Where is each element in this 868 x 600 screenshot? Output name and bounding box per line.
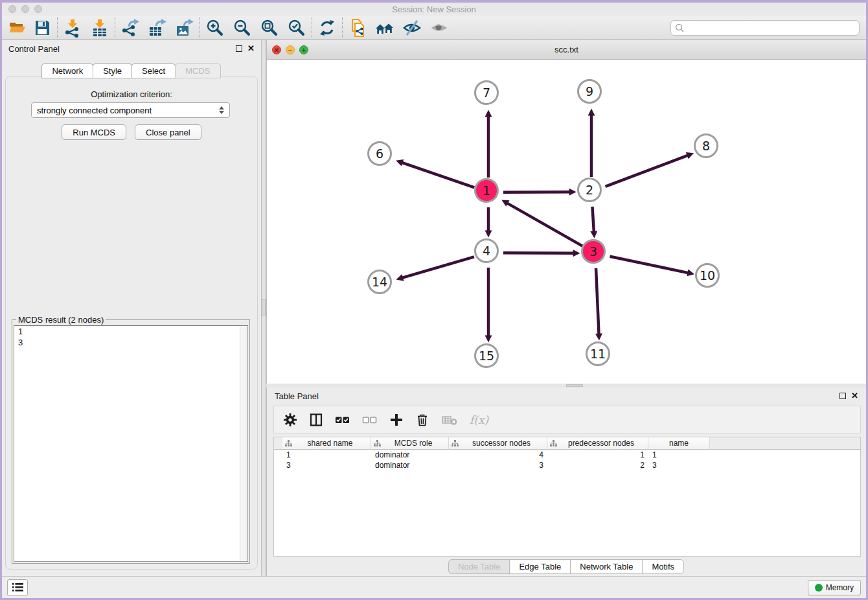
export-table-icon[interactable] [147,17,168,38]
table-row-0[interactable]: 1dominator411 [274,450,860,460]
open-session-icon[interactable] [7,17,28,38]
splitter-grip[interactable] [566,384,583,387]
horizontal-splitter[interactable] [266,384,866,387]
table-cell[interactable]: 3 [648,461,710,470]
float-panel-icon[interactable] [236,45,242,52]
graph-node-14[interactable]: 14 [367,270,392,294]
table-cell[interactable]: 2 [547,461,648,470]
zoom-selected-icon[interactable] [286,17,307,38]
window-minimize-button[interactable] [21,5,29,13]
network-close-button[interactable]: ✕ [272,45,281,54]
new-network-from-selection-icon[interactable] [347,17,368,38]
task-history-button[interactable] [7,579,28,596]
table-cell[interactable]: 1 [648,450,710,459]
network-minimize-button[interactable]: − [286,45,295,54]
function-builder-icon[interactable]: f(x) [470,413,488,426]
table-cell[interactable]: 1 [547,450,648,459]
toolbar-separator [200,17,200,38]
graph-node-4[interactable]: 4 [474,238,499,263]
export-network-icon[interactable] [120,17,141,38]
graph-node-2[interactable]: 2 [577,178,602,202]
first-neighbors-icon[interactable] [374,17,395,38]
zoom-fit-icon[interactable] [259,17,280,38]
toolbar-separator [312,17,312,38]
search-input[interactable] [687,23,855,32]
show-all-icon[interactable] [429,17,450,38]
table-cell[interactable]: dominator [371,461,449,470]
graph-edge-2-3[interactable] [592,207,594,234]
optimization-criterion-dropdown[interactable]: strongly connected component [31,102,230,118]
column-header-MCDS-role[interactable]: MCDS role [371,437,449,450]
window-close-button[interactable] [8,5,16,13]
table-panel-title: Table Panel [275,391,839,401]
graph-node-3[interactable]: 3 [581,239,606,264]
deselect-all-icon[interactable] [362,413,378,427]
panel-splitter[interactable] [261,40,266,576]
graph-edge-3-11[interactable] [596,268,599,336]
settings-gear-icon[interactable] [283,413,297,427]
table-cell[interactable]: dominator [371,450,449,459]
tab-select[interactable]: Select [131,63,176,78]
run-mcds-button[interactable]: Run MCDS [62,124,126,140]
mcds-result-list[interactable]: 13 [14,325,248,562]
close-panel-icon[interactable]: ✕ [247,45,255,52]
column-header-shared-name[interactable]: shared name [282,437,371,450]
column-header-name[interactable]: name [648,437,710,450]
graph-edge-4-3[interactable] [503,253,576,253]
graph-node-1[interactable]: 1 [474,178,499,203]
graph-edge-1-2[interactable] [503,192,572,192]
table-cell[interactable]: 4 [449,450,547,459]
column-header-predecessor-nodes[interactable]: predecessor nodes [547,437,648,450]
mcds-result-node: 3 [14,337,247,348]
table-cell[interactable]: 3 [282,461,371,470]
tab-network[interactable]: Network [41,63,93,78]
tab-mcds[interactable]: MCDS [175,63,220,78]
network-maximize-button[interactable]: + [299,45,308,54]
graph-node-6[interactable]: 6 [367,141,392,166]
refresh-layout-icon[interactable] [317,17,337,38]
memory-button[interactable]: Memory [808,580,861,595]
graph-node-10[interactable]: 10 [695,263,720,288]
graph-node-15[interactable]: 15 [474,343,499,368]
graph-node-11[interactable]: 11 [586,341,610,366]
table-row-1[interactable]: 3dominator323 [274,460,860,470]
toolbar-separator [57,17,58,38]
tab-edge-table[interactable]: Edge Table [509,559,571,574]
toggle-columns-icon[interactable] [309,413,323,427]
select-all-icon[interactable] [335,413,350,427]
search-field[interactable] [670,20,860,36]
table-cell[interactable]: 1 [282,450,371,459]
delete-column-icon[interactable] [415,413,429,427]
close-panel-button[interactable]: Close panel [135,124,201,140]
graph-edge-3-1[interactable] [505,202,582,246]
network-canvas[interactable]: 7968124314101511 [267,60,866,384]
splitter-grip[interactable] [262,299,266,316]
tab-network-table[interactable]: Network Table [570,559,643,574]
export-image-icon[interactable] [174,17,195,38]
graph-node-8[interactable]: 8 [694,133,718,158]
graph-edge-4-14[interactable] [400,257,474,278]
column-header-successor-nodes[interactable]: successor nodes [449,437,547,450]
save-session-icon[interactable] [32,17,52,38]
float-panel-icon[interactable] [839,393,846,399]
graph-node-7[interactable]: 7 [474,80,499,105]
hide-selection-icon[interactable] [402,17,422,38]
graph-edge-2-8[interactable] [606,155,690,187]
graph-edge-3-10[interactable] [610,257,691,273]
memory-label: Memory [826,583,854,592]
result-scrollbar[interactable] [240,326,247,561]
tab-style[interactable]: Style [93,63,132,78]
graph-node-9[interactable]: 9 [577,79,602,104]
table-cell[interactable]: 3 [449,461,547,470]
close-panel-icon[interactable]: ✕ [851,393,858,399]
graph-edge-1-6[interactable] [400,162,474,188]
delete-table-icon[interactable] [441,413,458,427]
tab-node-table[interactable]: Node Table [448,559,510,574]
zoom-in-icon[interactable] [205,17,225,38]
import-table-icon[interactable] [89,17,110,38]
import-network-icon[interactable] [62,17,83,38]
add-column-icon[interactable] [389,413,404,427]
tab-motifs[interactable]: Motifs [642,559,684,574]
zoom-out-icon[interactable] [232,17,253,38]
window-maximize-button[interactable] [34,5,42,13]
